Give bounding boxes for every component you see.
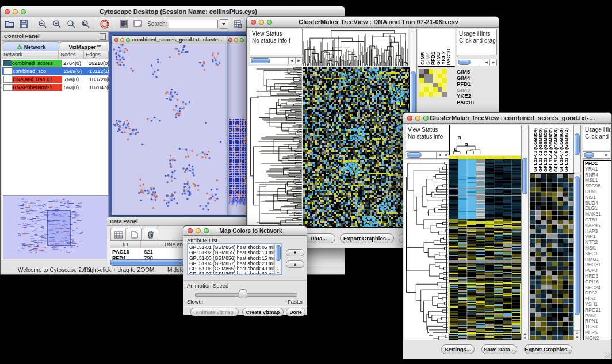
gene-list[interactable]: GIM5GIM4PFD1GIM3YKE2PAC10 [457, 69, 497, 105]
column-dendrogram[interactable] [303, 29, 408, 66]
heatmap[interactable] [303, 67, 410, 228]
gene-item[interactable]: TCB3 [585, 324, 611, 330]
minimize-icon[interactable] [120, 38, 124, 42]
gene-item[interactable]: RPO21 [585, 308, 611, 313]
save-data-button[interactable]: Save Data... [481, 344, 517, 354]
attribute-select-icon[interactable] [110, 228, 126, 242]
minimize-icon[interactable] [196, 228, 201, 233]
export-graphics-button[interactable]: Export Graphics... [340, 233, 394, 243]
zoom-heatmap[interactable] [530, 174, 574, 340]
gene-item[interactable]: ELG1 [585, 206, 611, 212]
zoom-fit-icon[interactable] [66, 19, 76, 29]
usage-hints-scrollbar[interactable]: ◀ ▶ [457, 59, 497, 66]
gene-item[interactable]: VIP1 [585, 234, 611, 240]
close-icon[interactable] [228, 38, 232, 42]
scroll-left-icon[interactable]: ◀ [288, 58, 295, 64]
new-attribute-icon[interactable] [127, 228, 142, 242]
tab-vizmapper[interactable]: VizMapper™ [60, 41, 110, 52]
gene-item[interactable]: PHO81 [585, 262, 611, 268]
scroll-left-icon[interactable]: ◀ [436, 152, 443, 158]
close-icon[interactable] [407, 116, 412, 121]
minimize-icon[interactable] [234, 38, 238, 42]
gene-item[interactable]: GTB1 [585, 217, 611, 223]
gene-item[interactable]: SEC1 [585, 251, 611, 257]
zoom-window-icon[interactable] [204, 228, 209, 233]
gene-item[interactable]: YSH1 [585, 302, 611, 308]
attribute-item[interactable]: GPL51-07 (GSM868) heat shock 60 min [189, 271, 274, 275]
gene-item[interactable]: GIM5 [457, 69, 497, 75]
treeview2-titlebar[interactable]: ClusterMaker TreeView : combined_scores_… [403, 113, 611, 124]
zoom-window-icon[interactable] [126, 38, 130, 42]
gene-item[interactable]: KAP95 [585, 223, 611, 229]
gene-item[interactable]: GIM4 [457, 75, 497, 82]
attribute-list[interactable]: GPL51-01 (GSM854) heat shock 05 minGPL51… [187, 243, 282, 275]
scroll-left-icon[interactable]: ◀ [483, 59, 489, 66]
column-dendrogram[interactable] [449, 125, 522, 155]
window-controls[interactable] [5, 9, 26, 14]
gene-item[interactable]: HRD3 [585, 274, 611, 279]
float-panel-icon[interactable] [100, 33, 106, 40]
view-status-scrollbar[interactable]: ◀ ▶ [406, 151, 450, 159]
labels-scrollbar[interactable] [573, 125, 581, 173]
scroll-right-icon[interactable]: ▶ [295, 58, 302, 64]
slider-thumb[interactable] [239, 289, 247, 298]
gene-item[interactable]: RPN1 [585, 319, 611, 324]
gene-item[interactable]: PAN1 [585, 313, 611, 319]
scroll-arrows[interactable]: ▲▼ [574, 330, 580, 340]
resize-grip[interactable] [605, 352, 610, 358]
gene-item[interactable]: CPA2 [585, 290, 611, 296]
vizmap-icon[interactable] [118, 19, 129, 29]
row-dendrogram[interactable] [248, 66, 302, 227]
gene-item[interactable]: YRA1 [585, 167, 611, 173]
gene-list[interactable]: PFD1YRA1RNR4MSL1SPC98CLN1NIS1BUD4ELG1MAK… [583, 160, 611, 341]
tab-network[interactable]: Network [3, 41, 59, 52]
scroll-arrows[interactable]: ▲▼ [522, 331, 528, 340]
zoom-out-icon[interactable] [37, 19, 48, 29]
gene-item[interactable]: PFD1 [585, 161, 611, 167]
minimize-icon[interactable] [259, 20, 264, 25]
gene-item[interactable]: SEC24 [585, 285, 611, 291]
network-overview[interactable] [3, 195, 109, 259]
close-icon[interactable] [188, 228, 193, 233]
heatmap-vscrollbar[interactable]: ▲▼ [521, 125, 529, 341]
gene-item[interactable]: MSL1 [585, 178, 611, 183]
gene-item[interactable]: NIS1 [585, 195, 611, 201]
help-icon[interactable] [100, 19, 110, 29]
zoom-window-icon[interactable] [240, 38, 244, 42]
open-icon[interactable] [4, 19, 14, 29]
export-graphics-button[interactable]: Export Graphics... [524, 344, 572, 354]
zoom-in-icon[interactable] [52, 19, 62, 29]
zoom-window-icon[interactable] [21, 9, 26, 14]
close-icon[interactable] [5, 9, 10, 14]
search-input[interactable] [169, 20, 218, 28]
gene-item[interactable]: NTR2 [585, 240, 611, 246]
row-dendrogram[interactable] [404, 160, 448, 341]
minimize-icon[interactable] [13, 9, 18, 14]
move-down-button[interactable]: ∨ [286, 260, 304, 268]
attribute-list-scrollbar[interactable]: ▲▼ [274, 244, 281, 274]
network-view-a-canvas[interactable] [112, 44, 225, 214]
view-status-scrollbar[interactable]: ◀ ▶ [250, 57, 303, 64]
annotation-icon[interactable] [133, 19, 143, 29]
gene-item[interactable]: PUF3 [585, 268, 611, 274]
zoom-window-icon[interactable] [423, 116, 429, 121]
gene-item[interactable]: PAC10 [457, 99, 497, 106]
gene-item[interactable]: SPC98 [585, 183, 611, 189]
network-view-window-a[interactable]: combined_scores_good.txt--cluste... [112, 35, 227, 216]
create-vizmap-button[interactable]: Create Vizmap [242, 308, 284, 316]
close-icon[interactable] [251, 20, 256, 25]
gene-item[interactable]: HMG1 [585, 257, 611, 263]
network-row[interactable]: combined_scores2764(0)16218(0) [2, 59, 108, 67]
save-icon[interactable] [18, 19, 29, 29]
network-row[interactable]: RNAPuberNov2+563(0)107847(0) [2, 83, 108, 91]
zoom-heatmap-scrollbar[interactable]: ▲▼ [573, 174, 581, 340]
gene-item[interactable]: MSI1 [585, 246, 611, 251]
usage-hints-scrollbar[interactable]: ▶ [583, 151, 610, 159]
dialog-titlebar[interactable]: Map Colors to Network [183, 226, 307, 236]
done-button[interactable]: Done [286, 308, 305, 316]
gene-item[interactable]: BUD4 [585, 201, 611, 206]
zoom-heatmap[interactable] [419, 69, 447, 97]
scroll-right-icon[interactable]: ▶ [489, 59, 496, 66]
delete-attribute-icon[interactable] [143, 228, 158, 242]
network-view-a-titlebar[interactable]: combined_scores_good.txt--cluste... [112, 36, 227, 44]
